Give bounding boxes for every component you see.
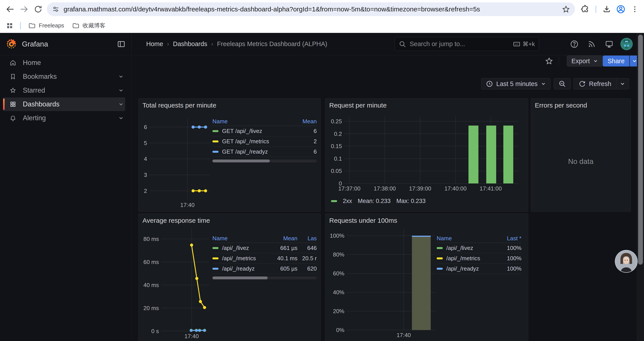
refresh-interval-button[interactable]	[616, 78, 629, 89]
panel-requests-under-100ms[interactable]: Requests under 100ms 17:40100%80%60%40%2…	[325, 213, 528, 341]
export-button[interactable]: Export	[567, 56, 603, 67]
legend-scrollbar[interactable]	[212, 160, 317, 162]
sidebar-item-alerting[interactable]: Alerting	[3, 111, 125, 125]
series-name[interactable]: /api/_/readyz	[222, 265, 255, 272]
series-value: 100%	[497, 255, 522, 262]
favorite-dashboard-icon[interactable]	[545, 57, 553, 65]
legend-scrollbar[interactable]	[212, 276, 317, 279]
zoom-out-button[interactable]	[554, 78, 571, 90]
legend-row[interactable]: /api/_/readyz100%	[437, 263, 522, 274]
series-name[interactable]: /api/_/readyz	[446, 265, 479, 272]
timeseries-chart[interactable]: 17:4080 ms60 ms40 ms20 ms0 s	[141, 228, 213, 341]
sidebar-item-dashboards[interactable]: Dashboards	[3, 97, 125, 111]
legend-row[interactable]: /api/_/livez661 µs646	[212, 243, 317, 253]
legend-row[interactable]: /api/_/metrics100%	[437, 253, 522, 263]
forward-icon[interactable]	[17, 2, 31, 16]
assistant-avatar[interactable]	[615, 250, 638, 273]
legend-row[interactable]: GET /api/_/readyz6	[212, 147, 317, 157]
panel-title[interactable]: Requests under 100ms	[329, 217, 397, 224]
refresh-button[interactable]: Refresh	[574, 78, 616, 89]
address-bar[interactable]: grafana.mathmast.com/d/deytv4rwavabkb/fr…	[47, 3, 575, 16]
svg-text:6: 6	[144, 124, 147, 130]
kiosk-monitor-icon[interactable]	[604, 40, 614, 49]
legend-row[interactable]: GET /api/_/livez6	[212, 126, 317, 136]
series-name[interactable]: GET /api/_/readyz	[222, 148, 268, 155]
series-name[interactable]: 2xx	[343, 198, 352, 204]
scrollbar-thumb[interactable]	[212, 276, 268, 279]
panel-request-per-minute[interactable]: Request per minute 17:37:0017:38:0017:39…	[325, 98, 528, 212]
sidebar-item-bookmarks[interactable]: Bookmarks	[3, 70, 125, 83]
url-text[interactable]: grafana.mathmast.com/d/deytv4rwavabkb/fr…	[64, 6, 562, 13]
scrollbar-thumb[interactable]	[638, 35, 643, 265]
browser-menu-icon[interactable]	[628, 2, 642, 16]
breadcrumb-separator: ›	[167, 41, 169, 47]
search-input[interactable]: Search or jump to... ⌘+k	[394, 37, 539, 51]
series-value: 646	[298, 245, 317, 251]
chevron-down-icon[interactable]	[118, 88, 124, 93]
panel-average-response-time[interactable]: Average response time 17:4080 ms60 ms40 …	[138, 213, 321, 341]
legend-column-header[interactable]: Mean	[293, 118, 317, 125]
bookmark-folder-blogs[interactable]: 收藏博客	[68, 20, 110, 31]
timeseries-chart[interactable]: 17:4065432	[141, 117, 213, 208]
series-name[interactable]: /api/_/livez	[222, 245, 249, 251]
user-avatar[interactable]	[620, 38, 633, 50]
series-name[interactable]: /api/_/metrics	[222, 255, 256, 262]
page-scrollbar[interactable]	[637, 33, 644, 341]
legend-row[interactable]: /api/_/readyz605 µs620	[212, 263, 317, 274]
profile-icon[interactable]	[614, 2, 628, 16]
svg-text:17:40: 17:40	[396, 332, 411, 338]
sidebar-item-home[interactable]: Home	[3, 56, 125, 70]
legend-row[interactable]: /api/_/livez100%	[437, 243, 522, 253]
folder-icon	[73, 24, 79, 28]
legend-column-header[interactable]: Name	[437, 235, 497, 242]
panel-title[interactable]: Total requests per minute	[142, 102, 216, 109]
svg-text:80 ms: 80 ms	[143, 236, 159, 242]
grafana-logo[interactable]	[6, 38, 17, 50]
reload-icon[interactable]	[31, 2, 45, 16]
site-settings-icon[interactable]	[52, 5, 60, 13]
svg-text:40%: 40%	[333, 289, 344, 295]
legend-inline[interactable]: 2xx Mean: 0.233 Max: 0.233	[331, 198, 426, 204]
news-rss-icon[interactable]	[587, 40, 596, 49]
sidebar-toggle-icon[interactable]	[117, 40, 126, 49]
panel-total-requests-per-minute[interactable]: Total requests per minute 17:4065432 Nam…	[138, 98, 321, 212]
legend-column-header[interactable]: Last *	[497, 235, 522, 242]
apps-grid-icon[interactable]	[3, 19, 17, 33]
legend-row[interactable]: GET /api/_/metrics2	[212, 136, 317, 147]
breadcrumb-item[interactable]: Home	[146, 40, 163, 48]
svg-text:0%: 0%	[336, 327, 344, 333]
chevron-down-icon[interactable]	[118, 101, 124, 107]
share-button[interactable]: Share	[603, 56, 629, 67]
legend-column-header[interactable]: Mean	[270, 235, 298, 242]
time-range-picker[interactable]: Last 5 minutes	[481, 78, 550, 90]
brand-label: Grafana	[22, 40, 112, 48]
bookmark-folder-freeleaps[interactable]: Freeleaps	[24, 20, 68, 31]
breadcrumb-item[interactable]: Dashboards	[173, 40, 207, 48]
series-value: 620	[298, 265, 317, 272]
series-name[interactable]: /api/_/metrics	[446, 255, 480, 262]
panel-title[interactable]: Errors per second	[535, 102, 587, 109]
panel-title[interactable]: Average response time	[142, 217, 210, 224]
help-icon[interactable]	[570, 40, 579, 49]
back-icon[interactable]	[3, 2, 17, 16]
legend-column-header[interactable]: Las	[298, 235, 317, 242]
chevron-down-icon[interactable]	[118, 74, 124, 80]
bookmark-star-icon[interactable]	[562, 5, 570, 14]
series-name[interactable]: GET /api/_/metrics	[222, 138, 269, 145]
chevron-down-icon	[632, 58, 638, 64]
legend-row[interactable]: /api/_/metrics40.1 ms20.5 r	[212, 253, 317, 263]
legend-column-header[interactable]: Name	[212, 235, 270, 242]
sidebar-item-starred[interactable]: Starred	[3, 84, 125, 97]
chevron-down-icon[interactable]	[118, 115, 124, 121]
screen: grafana.mathmast.com/d/deytv4rwavabkb/fr…	[0, 0, 644, 341]
series-value: 2	[293, 138, 317, 145]
legend-column-header[interactable]: Name	[212, 118, 293, 125]
extensions-icon[interactable]	[578, 2, 592, 16]
series-name[interactable]: /api/_/livez	[446, 245, 473, 251]
downloads-icon[interactable]	[600, 2, 614, 16]
panel-errors-per-second[interactable]: Errors per second No data	[531, 98, 631, 212]
bar-chart[interactable]: 17:37:0017:38:0017:39:0017:40:0017:41:00…	[329, 117, 522, 193]
panel-title[interactable]: Request per minute	[329, 102, 387, 109]
scrollbar-thumb[interactable]	[212, 160, 270, 162]
series-name[interactable]: GET /api/_/livez	[222, 128, 262, 135]
